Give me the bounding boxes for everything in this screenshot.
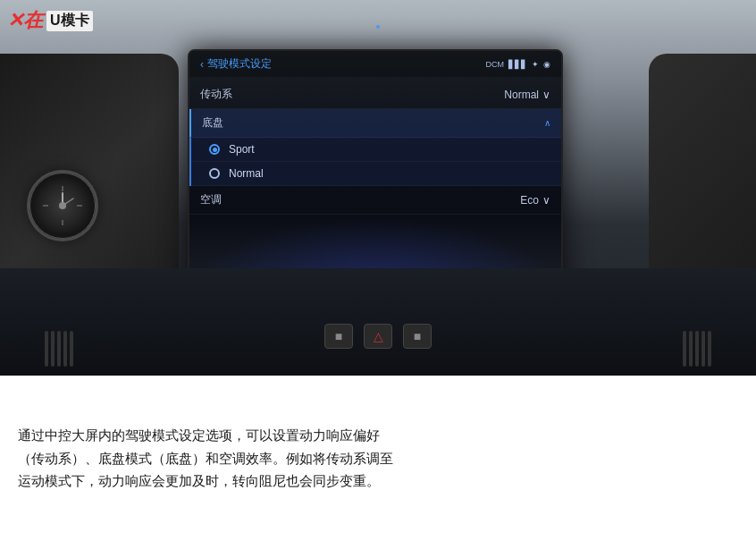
bluetooth-icon: ✦ [532,60,539,69]
vent-bar [701,331,705,367]
hazard-icon: △ [374,329,383,343]
control-icon-2: ■ [414,329,421,343]
ac-label: 空调 [200,192,222,207]
status-icons: DCM ▋▋▋ ✦ ◉ [486,60,551,69]
ac-value: Eco ∨ [520,194,550,207]
drivetrain-label: 传动系 [200,87,232,102]
chassis-normal-option[interactable]: Normal [191,162,561,186]
drivetrain-chevron: ∨ [542,89,550,101]
back-button[interactable]: ‹ 驾驶模式设定 [200,56,272,72]
svg-point-6 [61,204,65,208]
vent-left [45,331,73,367]
sport-radio-button[interactable] [209,144,220,155]
logo-brand: U模卡 [46,11,93,31]
control-button-2[interactable]: ■ [403,324,432,349]
clock-face [36,179,89,232]
caption-text: 通过中控大屏内的驾驶模式设定选项，可以设置动力响应偏好 （传动系）、底盘模式（底… [18,424,738,493]
drivetrain-value: Normal ∨ [504,89,550,101]
analog-clock [27,170,98,241]
dashboard: ✕在 U模卡 [0,0,756,376]
caption-line3: 运动模式下，动力响应会更加及时，转向阻尼也会同步变重。 [18,473,380,488]
vent-bar [45,331,48,367]
chassis-sport-option[interactable]: Sport [191,138,561,162]
vent-bar [683,331,686,367]
caption-line2: （传动系）、底盘模式（底盘）和空调效率。例如将传动系调至 [18,451,393,466]
menu-row-ac[interactable]: 空调 Eco ∨ [189,186,561,215]
vent-bar [70,331,73,367]
vent-bar [63,331,67,367]
menu-row-drivetrain[interactable]: 传动系 Normal ∨ [189,80,561,109]
dcm-status: DCM [486,60,505,69]
hazard-button[interactable]: △ [364,324,392,349]
menu-row-chassis[interactable]: 底盘 ∧ [189,109,561,138]
chassis-label: 底盘 [202,115,223,131]
top-dot-decoration [376,25,380,29]
caption-section: 通过中控大屏内的驾驶模式设定选项，可以设置动力响应偏好 （传动系）、底盘模式（底… [0,376,756,541]
control-icon-1: ■ [335,329,342,343]
center-console: ■ △ ■ [0,268,756,376]
normal-radio-button[interactable] [209,168,220,179]
ac-chevron: ∨ [542,194,550,207]
screen-inner: ‹ 驾驶模式设定 DCM ▋▋▋ ✦ ◉ 传动系 Normal ∨ [189,51,561,289]
wifi-icon: ◉ [543,60,550,69]
vent-right [683,331,711,367]
vent-bar [708,331,711,367]
controls-area: ■ △ ■ [324,324,432,349]
infotainment-screen[interactable]: ‹ 驾驶模式设定 DCM ▋▋▋ ✦ ◉ 传动系 Normal ∨ [188,49,563,291]
chassis-submenu: Sport Normal [189,138,561,186]
normal-label: Normal [229,167,264,180]
vent-bar [57,331,61,367]
chassis-chevron-up: ∧ [544,118,550,128]
back-arrow-icon: ‹ [200,58,204,71]
logo-x-symbol: ✕在 [7,7,43,34]
control-button-1[interactable]: ■ [324,324,353,349]
screen-title: 驾驶模式设定 [207,56,272,72]
logo-area: ✕在 U模卡 [7,7,93,34]
signal-icon: ▋▋▋ [508,60,527,69]
vent-bar [51,331,55,367]
sport-label: Sport [229,143,255,156]
drive-mode-menu: 传动系 Normal ∨ 底盘 ∧ Sport [189,77,561,218]
caption-line1: 通过中控大屏内的驾驶模式设定选项，可以设置动力响应偏好 [18,427,380,443]
svg-line-5 [63,199,73,206]
vent-bar [695,331,699,367]
right-panel [649,54,756,304]
vent-bar [689,331,693,367]
screen-header: ‹ 驾驶模式设定 DCM ▋▋▋ ✦ ◉ [189,51,561,77]
